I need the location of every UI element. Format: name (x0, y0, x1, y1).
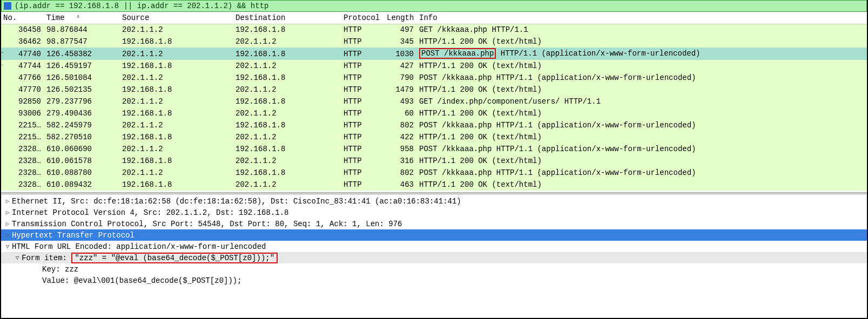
cell-protocol: HTTP (341, 84, 385, 96)
column-header-protocol[interactable]: Protocol (341, 12, 385, 24)
cell-protocol: HTTP (341, 167, 385, 179)
tree-form-key-label: Key: zzz (42, 265, 78, 274)
display-filter-input[interactable]: (ip.addr == 192.168.1.8 || ip.addr == 20… (15, 2, 268, 10)
table-row[interactable]: →47740126.458382202.1.1.2192.168.1.8HTTP… (1, 47, 867, 60)
tree-html-form-label: HTML Form URL Encoded: application/x-www… (12, 242, 266, 251)
cell-source: 192.168.1.8 (120, 36, 233, 47)
cell-protocol: HTTP (341, 119, 385, 131)
table-row[interactable]: ←47744126.459197192.168.1.8202.1.1.2HTTP… (1, 60, 867, 72)
cell-no: 2328… (1, 167, 44, 179)
cell-length: 345 (385, 36, 417, 47)
table-row[interactable]: 2215…582.270510192.168.1.8202.1.1.2HTTP4… (1, 131, 867, 143)
tree-http[interactable]: ▷ Hypertext Transfer Protocol (1, 229, 867, 241)
table-row[interactable]: 3646298.877547192.168.1.8202.1.1.2HTTP34… (1, 36, 867, 47)
cell-protocol: HTTP (341, 179, 385, 191)
expander-icon[interactable]: ▷ (3, 220, 12, 227)
cell-info: POST /kkkaaa.php HTTP/1.1 (application/x… (417, 47, 867, 60)
table-row[interactable]: 47766126.501084202.1.1.2192.168.1.8HTTP7… (1, 72, 867, 84)
tree-ethernet-label: Ethernet II, Src: dc:fe:18:1a:62:58 (dc:… (12, 197, 461, 206)
table-row[interactable]: 2328…610.061578192.168.1.8202.1.1.2HTTP3… (1, 155, 867, 167)
cell-time: 126.502135 (44, 84, 120, 96)
column-header-destination[interactable]: Destination (233, 12, 341, 24)
cell-source: 192.168.1.8 (120, 131, 233, 143)
cell-no: 2328… (1, 155, 44, 167)
related-arrow-icon: ← (1, 62, 4, 68)
cell-time: 126.458382 (44, 47, 120, 60)
related-arrow-icon: → (1, 50, 4, 56)
cell-info: POST /kkkaaa.php HTTP/1.1 (application/x… (417, 143, 867, 155)
cell-time: 582.245979 (44, 119, 120, 131)
column-header-info[interactable]: Info (417, 12, 867, 24)
expander-icon[interactable]: ▷ (3, 209, 12, 216)
cell-protocol: HTTP (341, 60, 385, 72)
tree-ip-label: Internet Protocol Version 4, Src: 202.1.… (12, 208, 288, 217)
cell-destination: 192.168.1.8 (233, 24, 341, 36)
cell-info: POST /kkkaaa.php HTTP/1.1 (application/x… (417, 119, 867, 131)
tree-tcp[interactable]: ▷ Transmission Control Protocol, Src Por… (1, 218, 867, 229)
cell-length: 1479 (385, 84, 417, 96)
cell-length: 790 (385, 72, 417, 84)
cell-destination: 202.1.1.2 (233, 107, 341, 119)
expander-icon[interactable]: ▷ (3, 198, 12, 205)
cell-no: 36458 (1, 24, 44, 36)
cell-info: GET /index.php/component/users/ HTTP/1.1 (417, 96, 867, 107)
cell-source: 192.168.1.8 (120, 60, 233, 72)
expander-open-icon[interactable]: ▽ (13, 254, 22, 261)
expander-open-icon[interactable]: ▽ (3, 243, 12, 250)
tree-ip[interactable]: ▷ Internet Protocol Version 4, Src: 202.… (1, 207, 867, 218)
tree-html-form[interactable]: ▽ HTML Form URL Encoded: application/x-w… (1, 241, 867, 252)
table-row[interactable]: 2215…582.245979202.1.1.2192.168.1.8HTTP8… (1, 119, 867, 131)
bookmark-icon[interactable] (4, 2, 11, 10)
cell-source: 192.168.1.8 (120, 107, 233, 119)
cell-no: 36462 (1, 36, 44, 47)
column-header-no[interactable]: No. (1, 12, 44, 24)
cell-protocol: HTTP (341, 107, 385, 119)
column-header-length[interactable]: Length (385, 12, 417, 24)
table-row[interactable]: 92850279.237796202.1.1.2192.168.1.8HTTP4… (1, 96, 867, 107)
cell-destination: 202.1.1.2 (233, 60, 341, 72)
table-row[interactable]: 3645898.876844202.1.1.2192.168.1.8HTTP49… (1, 24, 867, 36)
column-header-source[interactable]: Source (120, 12, 233, 24)
cell-length: 316 (385, 155, 417, 167)
cell-info: POST /kkkaaa.php HTTP/1.1 (application/x… (417, 72, 867, 84)
cell-length: 802 (385, 119, 417, 131)
cell-length: 60 (385, 107, 417, 119)
cell-destination: 192.168.1.8 (233, 143, 341, 155)
cell-no: 92850 (1, 96, 44, 107)
cell-info: HTTP/1.1 200 OK (text/html) (417, 36, 867, 47)
cell-length: 493 (385, 96, 417, 107)
cell-source: 202.1.1.2 (120, 47, 233, 60)
display-filter-bar[interactable]: (ip.addr == 192.168.1.8 || ip.addr == 20… (1, 0, 867, 12)
cell-length: 422 (385, 131, 417, 143)
packet-table: No. Time∧ Source Destination Protocol Le… (1, 12, 867, 191)
tree-ethernet[interactable]: ▷ Ethernet II, Src: dc:fe:18:1a:62:58 (d… (1, 195, 867, 207)
tree-form-key[interactable]: Key: zzz (1, 263, 867, 275)
packet-details-pane[interactable]: ▷ Ethernet II, Src: dc:fe:18:1a:62:58 (d… (1, 194, 867, 290)
cell-destination: 202.1.1.2 (233, 84, 341, 96)
table-row[interactable]: 47770126.502135192.168.1.8202.1.1.2HTTP1… (1, 84, 867, 96)
tree-form-item[interactable]: ▽ Form item: "zzz" = "@eval (base64_deco… (1, 252, 867, 263)
cell-no: 2215… (1, 119, 44, 131)
cell-destination: 192.168.1.8 (233, 119, 341, 131)
cell-info: HTTP/1.1 200 OK (text/html) (417, 179, 867, 191)
cell-length: 497 (385, 24, 417, 36)
cell-time: 279.237796 (44, 96, 120, 107)
cell-time: 610.061578 (44, 155, 120, 167)
cell-protocol: HTTP (341, 96, 385, 107)
table-row[interactable]: 2328…610.060690202.1.1.2192.168.1.8HTTP9… (1, 143, 867, 155)
table-header-row: No. Time∧ Source Destination Protocol Le… (1, 12, 867, 24)
table-row[interactable]: 93006279.490436192.168.1.8202.1.1.2HTTP6… (1, 107, 867, 119)
table-row[interactable]: 2328…610.088780202.1.1.2192.168.1.8HTTP8… (1, 167, 867, 179)
cell-destination: 192.168.1.8 (233, 167, 341, 179)
cell-protocol: HTTP (341, 143, 385, 155)
column-header-time[interactable]: Time∧ (44, 12, 120, 24)
cell-protocol: HTTP (341, 47, 385, 60)
cell-destination: 192.168.1.8 (233, 72, 341, 84)
expander-icon[interactable]: ▷ (3, 232, 12, 239)
cell-source: 202.1.1.2 (120, 96, 233, 107)
packet-list-pane[interactable]: No. Time∧ Source Destination Protocol Le… (1, 12, 867, 192)
table-row[interactable]: 2328…610.089432192.168.1.8202.1.1.2HTTP4… (1, 179, 867, 191)
cell-destination: 202.1.1.2 (233, 179, 341, 191)
tree-form-value[interactable]: Value: @eval\001(base64_decode($_POST[z0… (1, 275, 867, 286)
cell-time: 98.876844 (44, 24, 120, 36)
